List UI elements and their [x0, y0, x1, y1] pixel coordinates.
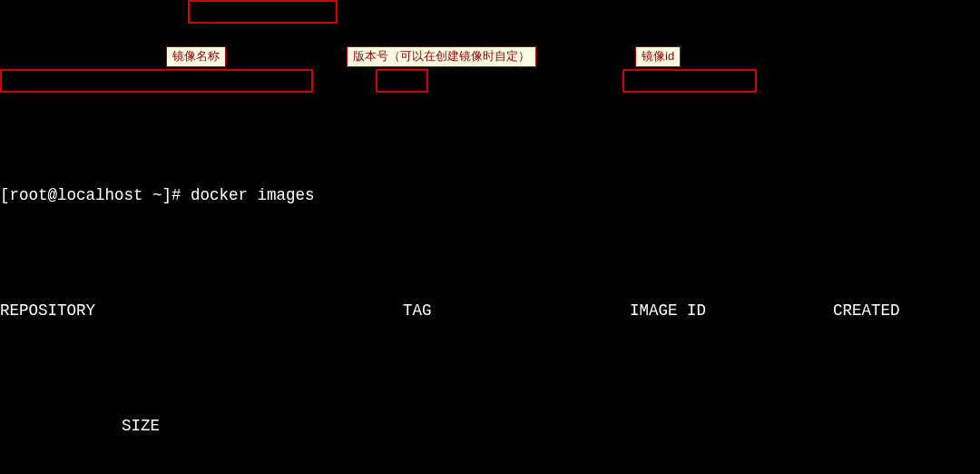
highlight-id [622, 69, 757, 93]
hdr-tag: TAG [403, 300, 630, 322]
label-version: 版本号（可以在创建镜像时自定） [347, 46, 536, 67]
highlight-repo [0, 69, 313, 93]
header-line-2: SIZE [0, 415, 980, 438]
hdr-image-id: IMAGE ID [630, 300, 833, 322]
header-line-1: REPOSITORYTAGIMAGE IDCREATED [0, 300, 980, 322]
highlight-tag [376, 69, 428, 93]
label-name: 镜像名称 [166, 46, 226, 67]
shell-prompt: [root@localhost ~]# [0, 184, 191, 207]
hdr-repository: REPOSITORY [0, 300, 403, 322]
terminal-output: [root@localhost ~]# docker images REPOSI… [0, 93, 980, 475]
hdr-size: SIZE [122, 415, 160, 438]
prompt-line[interactable]: [root@localhost ~]# docker images [0, 184, 980, 207]
label-id: 镜像id [635, 46, 681, 67]
hdr-created: CREATED [833, 300, 900, 322]
command-text: docker images [191, 184, 315, 207]
highlight-command [188, 0, 338, 24]
